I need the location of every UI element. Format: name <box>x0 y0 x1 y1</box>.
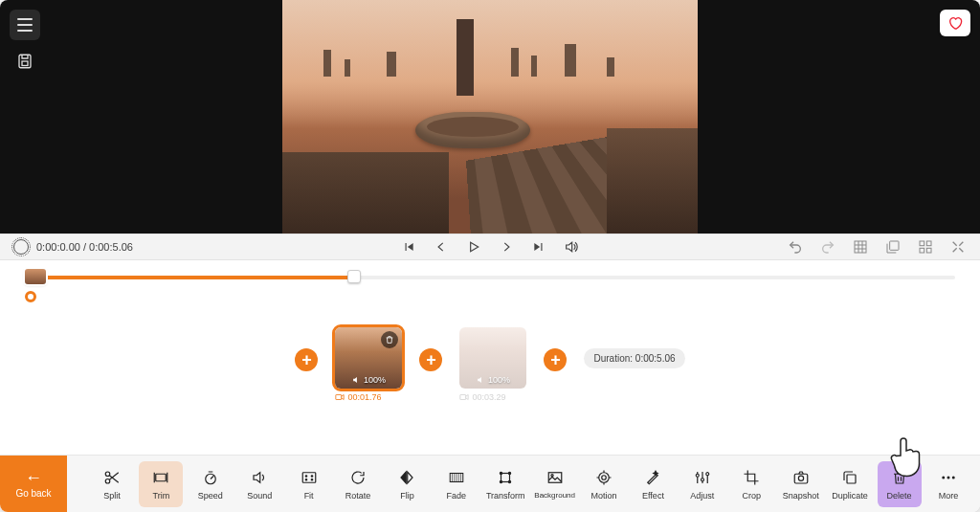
transform-tool[interactable]: Transform <box>483 461 527 507</box>
camera-icon <box>791 468 811 487</box>
fit-tool[interactable]: Fit <box>287 461 331 507</box>
crop-tool[interactable]: Crop <box>729 461 773 507</box>
svg-rect-9 <box>460 395 466 400</box>
save-button[interactable] <box>13 50 36 73</box>
bottom-toolbar: ← Go back Split Trim Speed Sound Fit <box>0 455 980 512</box>
svg-point-30 <box>701 478 703 480</box>
motion-icon <box>594 468 613 487</box>
svg-point-37 <box>952 476 955 479</box>
svg-rect-5 <box>926 241 931 246</box>
svg-point-27 <box>602 475 607 479</box>
adjust-icon <box>693 468 712 487</box>
snapshot-tool[interactable]: Snapshot <box>779 461 823 507</box>
undo-button[interactable] <box>787 238 804 256</box>
fit-icon <box>300 468 319 487</box>
delete-tool[interactable]: Delete <box>878 461 922 507</box>
fade-tool[interactable]: Fade <box>434 461 479 507</box>
redo-button[interactable] <box>819 238 836 256</box>
fullscreen-button[interactable] <box>949 238 967 256</box>
svg-point-11 <box>105 479 110 483</box>
svg-rect-8 <box>336 395 342 400</box>
clip-thumbnail[interactable]: 100% <box>335 327 402 389</box>
adjust-tool[interactable]: Adjust <box>680 461 724 507</box>
timeline-start-thumb[interactable] <box>25 269 46 284</box>
background-icon <box>546 468 565 487</box>
clips-row: + 100% 00:01.76 + <box>0 299 980 413</box>
svg-point-35 <box>942 476 945 479</box>
favorite-button[interactable] <box>940 10 970 36</box>
svg-point-18 <box>311 479 313 480</box>
duplicate-icon <box>840 468 859 487</box>
preview-area <box>0 0 980 234</box>
app-root: 0:00:0.00 / 0:00:5.06 + <box>0 0 980 512</box>
svg-rect-20 <box>501 473 510 481</box>
svg-point-29 <box>696 474 699 477</box>
speed-tool[interactable]: Speed <box>189 461 233 507</box>
crop-icon <box>742 468 761 487</box>
svg-rect-34 <box>847 475 856 483</box>
duplicate-tool[interactable]: Duplicate <box>828 461 872 507</box>
skip-start-button[interactable] <box>401 239 416 255</box>
svg-point-36 <box>947 476 949 479</box>
svg-point-26 <box>551 475 553 477</box>
go-back-button[interactable]: ← Go back <box>0 456 67 512</box>
svg-point-10 <box>105 472 110 477</box>
prev-frame-button[interactable] <box>434 239 449 255</box>
split-tool[interactable]: Split <box>90 461 134 507</box>
svg-rect-14 <box>302 472 316 482</box>
rotate-tool[interactable]: Rotate <box>336 461 380 507</box>
svg-rect-3 <box>890 241 899 250</box>
layers-button[interactable] <box>884 238 902 256</box>
more-tool[interactable]: More <box>926 461 970 507</box>
sound-tool[interactable]: Sound <box>237 461 281 507</box>
arrow-left-icon: ← <box>25 469 42 486</box>
svg-point-17 <box>305 479 307 480</box>
svg-point-31 <box>706 472 709 475</box>
duration-pill: Duration: 0:00:5.06 <box>584 348 684 368</box>
sound-icon <box>250 468 269 487</box>
flip-icon <box>397 468 416 487</box>
timeline[interactable] <box>0 260 980 299</box>
rotate-icon <box>348 468 368 487</box>
clip-time-label: 00:03.29 <box>459 392 526 402</box>
flip-tool[interactable]: Flip <box>385 461 429 507</box>
clip-time-label: 00:01.76 <box>335 392 402 402</box>
svg-rect-12 <box>156 474 167 481</box>
skip-end-button[interactable] <box>531 239 546 255</box>
volume-button[interactable] <box>564 239 579 255</box>
clip-thumbnail[interactable]: 100% <box>459 327 526 389</box>
effect-tool[interactable]: Effect <box>631 461 675 507</box>
add-clip-between-button[interactable]: + <box>419 348 442 371</box>
svg-rect-7 <box>926 248 931 253</box>
go-back-label: Go back <box>15 488 51 499</box>
add-clip-before-button[interactable]: + <box>295 348 318 371</box>
clip-volume-indicator: 100% <box>352 375 386 385</box>
play-button[interactable] <box>466 239 481 255</box>
trim-tool[interactable]: Trim <box>139 461 183 507</box>
settings-icon[interactable] <box>13 239 29 255</box>
svg-point-33 <box>798 476 803 480</box>
hamburger-menu-button[interactable] <box>10 10 40 40</box>
svg-point-21 <box>501 472 502 474</box>
svg-rect-4 <box>920 241 924 246</box>
timeline-progress <box>38 276 354 279</box>
speed-icon <box>201 468 220 487</box>
playhead-handle[interactable] <box>347 270 361 283</box>
motion-tool[interactable]: Motion <box>582 461 626 507</box>
svg-point-24 <box>509 480 511 482</box>
next-frame-button[interactable] <box>499 239 514 255</box>
svg-rect-25 <box>548 473 562 483</box>
background-tool[interactable]: Background <box>533 461 577 507</box>
svg-rect-2 <box>855 241 866 253</box>
grid-view-button[interactable] <box>917 238 934 256</box>
svg-point-16 <box>311 475 313 477</box>
clip-item[interactable]: 100% 00:01.76 <box>335 327 402 402</box>
svg-rect-1 <box>22 61 28 66</box>
time-display: 0:00:0.00 / 0:00:5.06 <box>36 241 133 253</box>
grid-button[interactable] <box>852 238 869 256</box>
more-icon <box>939 468 958 487</box>
trim-icon <box>151 468 170 487</box>
clip-item[interactable]: 100% 00:03.29 <box>459 327 526 402</box>
add-clip-after-button[interactable]: + <box>544 348 567 371</box>
video-preview[interactable] <box>282 0 698 234</box>
